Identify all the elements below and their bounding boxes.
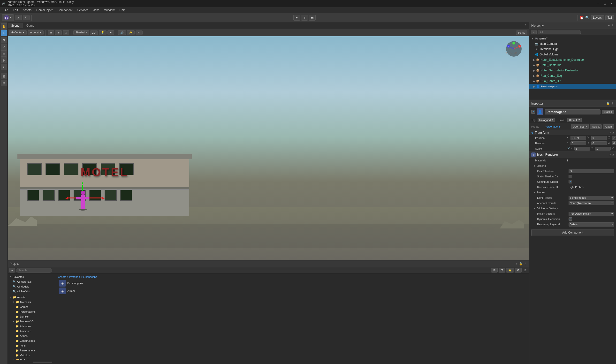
rotate-tool[interactable]: ↻ — [1, 37, 7, 43]
h-item-hotel-sec[interactable]: ▶ 📦 Hotel_Secundario_Destruido — [529, 68, 616, 73]
select-prefab-button[interactable]: Select — [590, 124, 602, 129]
transform-help-icon[interactable]: ? — [609, 131, 611, 134]
move-tool[interactable]: ✛ — [1, 30, 7, 36]
project-more-icon[interactable]: ⋮ — [524, 262, 527, 265]
hier-more-icon[interactable]: ⋮ — [612, 30, 615, 34]
proj-all-materials[interactable]: 🔍 All Materials — [8, 279, 56, 284]
h-item-personagens[interactable]: ▶ 👤 Personagens — [529, 84, 616, 89]
project-lock-icon[interactable]: 🔒 — [519, 262, 523, 265]
proj-favorites[interactable]: ▼ Favorites — [8, 274, 56, 279]
additional-settings-collapse-icon[interactable]: ▼ — [533, 207, 536, 210]
scene-view[interactable]: MOTEL ▲ — [8, 36, 529, 260]
h-item-global-volume[interactable]: 🌐 Global Volume — [529, 52, 616, 57]
project-filter2[interactable]: ⊟ — [499, 268, 505, 273]
scene-local-btn[interactable]: ⊕ Local ▾ — [28, 30, 43, 35]
audio-btn[interactable]: 🔊 — [118, 30, 126, 35]
menu-gameobject[interactable]: GameObject — [34, 8, 55, 12]
h-item-rua-dir[interactable]: ▶ 📦 Rua_Canto_Dir — [529, 78, 616, 84]
menu-assets[interactable]: Assets — [20, 8, 34, 12]
tag-dropdown[interactable]: Untagged ▾ — [538, 118, 555, 122]
h-item-dir-light[interactable]: ☀ Directional Light — [529, 46, 616, 52]
scale-tool[interactable]: ⤢ — [1, 44, 7, 50]
light-probes-dropdown[interactable]: Blend Probes ▾ — [569, 196, 614, 200]
overrides-dropdown[interactable]: Overrides ▾ — [571, 124, 589, 129]
proj-veiculos[interactable]: 📁 Veiculos — [8, 353, 56, 358]
object-enabled-checkbox[interactable] — [531, 110, 535, 114]
toggle-tool-2[interactable]: ⊟ — [1, 80, 7, 86]
tab-scene[interactable]: Scene — [8, 23, 23, 28]
mr-settings-icon[interactable]: ⚙ — [612, 153, 614, 156]
hier-add-btn[interactable]: + — [531, 30, 537, 34]
tab-game[interactable]: Game — [23, 23, 38, 28]
proj-zumbis[interactable]: 📁 Zumbis — [8, 314, 56, 319]
proj-construcoes[interactable]: 📁 Construcoes — [8, 338, 56, 343]
asset-zumbi[interactable]: ◈ Zumbi — [58, 287, 527, 295]
hierarchy-add-icon[interactable]: + — [608, 24, 610, 27]
project-add-icon[interactable]: + — [516, 262, 517, 265]
grid-btn[interactable]: ⊞ — [48, 30, 54, 35]
hand-tool[interactable]: ✋ — [1, 23, 7, 29]
maximize-button[interactable]: □ — [603, 1, 607, 6]
grid3-btn[interactable]: ⊠ — [63, 30, 69, 35]
h-item-hotel-dest[interactable]: ▶ 📦 Hotel_Destruido — [529, 63, 616, 68]
transform-header[interactable]: ⊕ Transform ? ⚙ — [529, 130, 616, 135]
breadcrumb-personagens[interactable]: Personagens — [81, 275, 97, 278]
static-shadow-checkbox[interactable] — [569, 175, 572, 178]
menu-services[interactable]: Services — [75, 8, 91, 12]
menu-jobs[interactable]: Jobs — [91, 8, 102, 12]
fx2-btn[interactable]: ✨ — [127, 30, 135, 35]
project-filter1[interactable]: ⊞ — [491, 268, 498, 273]
proj-prefabs[interactable]: ▼ 📁 Prefabs — [8, 358, 56, 360]
proj-all-models[interactable]: 🔍 All Models — [8, 284, 56, 289]
proj-aderecos[interactable]: 📁 Aderecos — [8, 324, 56, 329]
add-component-button[interactable]: Add Component — [531, 229, 614, 236]
project-search-input[interactable] — [16, 268, 52, 273]
h-item-main-camera[interactable]: 📷 Main Camera — [529, 41, 616, 46]
custom-tool[interactable]: ✦ — [1, 64, 7, 70]
proj-itens[interactable]: 📁 Itens — [8, 343, 56, 348]
grid2-btn[interactable]: ⊟ — [55, 30, 62, 35]
hierarchy-more-icon[interactable]: ⋮ — [611, 24, 614, 27]
inspector-more-icon[interactable]: ⋮ — [611, 102, 614, 105]
proj-ambiente[interactable]: 📁 Ambiente — [8, 329, 56, 334]
rot-x-input[interactable] — [570, 141, 586, 145]
rot-z-input[interactable] — [612, 141, 616, 145]
pos-y-input[interactable] — [591, 136, 607, 140]
breadcrumb-assets[interactable]: Assets — [58, 275, 66, 278]
proj-mat-personagens[interactable]: 📁 Personagens — [8, 309, 56, 314]
proj-assets[interactable]: ▼ 📁 Assets — [8, 295, 56, 300]
menu-component[interactable]: Component — [55, 8, 75, 12]
dynamic-occlusion-checkbox[interactable] — [569, 217, 572, 221]
scene-tab-options[interactable]: ⋮ — [522, 24, 529, 27]
h-item-game[interactable]: ▼ 🎮 game* — [529, 36, 616, 41]
asset-personagens[interactable]: ◈ Personagens — [58, 279, 527, 287]
menu-file[interactable]: File — [1, 8, 10, 12]
cloud-button[interactable]: ☁ — [15, 15, 22, 20]
open-prefab-button[interactable]: Open — [603, 124, 614, 129]
persp-btn[interactable]: Persp — [516, 30, 527, 35]
pause-button[interactable]: ⏸ — [301, 15, 308, 21]
scene-center-btn[interactable]: ✚ Center ▾ — [9, 30, 27, 35]
pos-z-input[interactable] — [612, 136, 616, 140]
proj-materials[interactable]: ▼ 📁 Materials — [8, 300, 56, 304]
menu-window[interactable]: Window — [102, 8, 117, 12]
mesh-renderer-header[interactable]: ⊞ Mesh Renderer ? ⚙ — [529, 152, 616, 158]
h-item-rua-esq[interactable]: ▶ 📦 Rua_Canto_Esq — [529, 73, 616, 78]
rect-tool[interactable]: ▭ — [1, 50, 7, 57]
static-badge[interactable]: Static ▾ — [602, 110, 614, 114]
lighting-btn[interactable]: 💡 — [99, 30, 106, 35]
scale-x-input[interactable] — [574, 147, 590, 151]
step-button[interactable]: ⏭ — [309, 15, 316, 21]
settings-button[interactable]: ⚙ — [23, 15, 29, 20]
anchor-override-dropdown[interactable]: None (Transform) ▾ — [569, 201, 614, 205]
axis-gizmo[interactable]: X Y Z — [506, 41, 522, 57]
project-scrollbar-thumb[interactable] — [33, 362, 52, 363]
hidden-btn[interactable]: 👁 — [136, 30, 142, 35]
shaded-btn[interactable]: Shaded ▾ — [73, 30, 89, 35]
project-scrollbar[interactable] — [8, 360, 529, 364]
toggle-tool-1[interactable]: ⊞ — [1, 73, 7, 79]
close-button[interactable]: ✕ — [609, 1, 614, 6]
scale-y-input[interactable] — [595, 147, 611, 151]
motion-vectors-dropdown[interactable]: Per Object Motion ▾ — [569, 212, 614, 216]
history-icon[interactable]: ⏰ — [580, 16, 584, 20]
